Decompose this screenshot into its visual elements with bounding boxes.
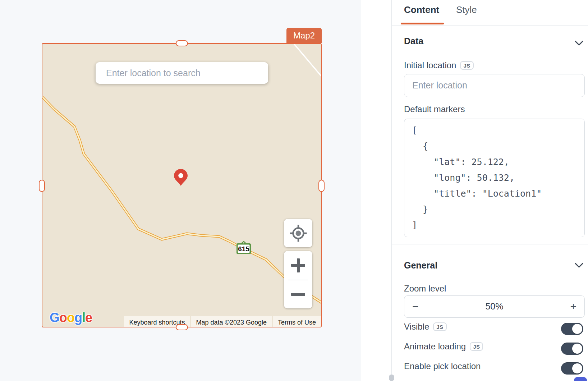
- map-widget[interactable]: Map2 615 Enter location to search: [42, 43, 322, 327]
- initial-location-input[interactable]: Enter location: [404, 74, 585, 97]
- section-title-general: General: [404, 260, 437, 271]
- code-line: "lat": 25.122,: [412, 154, 584, 170]
- minor-road: [294, 44, 321, 77]
- zoom-decrement-button[interactable]: −: [412, 296, 427, 317]
- chevron-down-icon[interactable]: [574, 40, 584, 46]
- js-toggle-badge[interactable]: JS: [433, 322, 446, 331]
- animate-loading-label: Animate loading JS: [404, 341, 483, 352]
- zoom-out-button[interactable]: [284, 280, 312, 308]
- code-line: "long": 50.132,: [412, 170, 584, 186]
- zoom-level-label: Zoom level: [404, 284, 446, 294]
- minus-icon: [291, 293, 305, 296]
- map-search-placeholder: Enter location to search: [96, 62, 268, 84]
- resize-handle-bottom[interactable]: [176, 324, 188, 330]
- map-marker-pin[interactable]: [173, 168, 189, 187]
- zoom-in-button[interactable]: [284, 251, 312, 279]
- zoom-level-stepper: − 50% +: [404, 295, 585, 318]
- svg-text:615: 615: [238, 245, 249, 253]
- tab-content[interactable]: Content: [404, 4, 439, 15]
- visible-toggle[interactable]: [561, 323, 583, 335]
- code-line: ]: [412, 217, 584, 233]
- visible-label: Visible JS: [404, 322, 447, 332]
- tab-style[interactable]: Style: [456, 4, 477, 15]
- initial-location-placeholder: Enter location: [404, 74, 584, 96]
- js-toggle-badge[interactable]: JS: [470, 342, 483, 351]
- chevron-down-icon[interactable]: [574, 262, 584, 268]
- road-fill: [42, 97, 321, 303]
- section-title-data: Data: [404, 36, 423, 46]
- default-markers-code-editor[interactable]: [ { "lat": 25.122, "long": 50.132, "titl…: [404, 119, 585, 237]
- js-toggle-badge[interactable]: JS: [460, 61, 473, 70]
- initial-location-label: Initial location JS: [404, 60, 474, 70]
- widget-name-tag[interactable]: Map2: [286, 28, 322, 43]
- enable-pick-location-label: Enable pick location: [404, 361, 481, 371]
- map-zoom-control: [284, 251, 312, 308]
- my-location-button[interactable]: [284, 219, 312, 247]
- resize-handle-top[interactable]: [176, 40, 188, 46]
- code-line: [: [412, 123, 584, 138]
- target-icon: [289, 224, 307, 242]
- code-line: }: [412, 202, 584, 217]
- route-shield: 615: [236, 240, 251, 254]
- resize-handle-left[interactable]: [39, 180, 45, 192]
- map-data-copyright: Map data ©2023 Google: [191, 316, 272, 327]
- map-search-input[interactable]: Enter location to search: [96, 62, 268, 84]
- active-tab-indicator: [401, 23, 444, 24]
- peeking-action-button[interactable]: [574, 377, 587, 381]
- tabs-divider: [392, 25, 588, 26]
- code-line: "title": "Location1": [412, 186, 584, 202]
- section-divider: [392, 244, 588, 244]
- animate-loading-toggle[interactable]: [561, 343, 583, 355]
- zoom-level-value: 50%: [404, 296, 584, 317]
- property-panel: Content Style Data Initial location JS E…: [391, 0, 588, 381]
- terms-of-use-link[interactable]: Terms of Use: [273, 316, 321, 327]
- map-surface[interactable]: 615 Enter location to search: [42, 44, 321, 327]
- scrollbar-thumb[interactable]: [389, 375, 394, 381]
- code-line: {: [412, 138, 584, 154]
- default-markers-label: Default markers: [404, 104, 465, 114]
- zoom-increment-button[interactable]: +: [562, 296, 576, 317]
- enable-pick-location-toggle[interactable]: [561, 362, 583, 375]
- google-logo[interactable]: Google: [50, 310, 92, 325]
- resize-handle-right[interactable]: [318, 180, 325, 192]
- map-attribution-bar: Keyboard shortcuts Map data ©2023 Google…: [124, 316, 321, 327]
